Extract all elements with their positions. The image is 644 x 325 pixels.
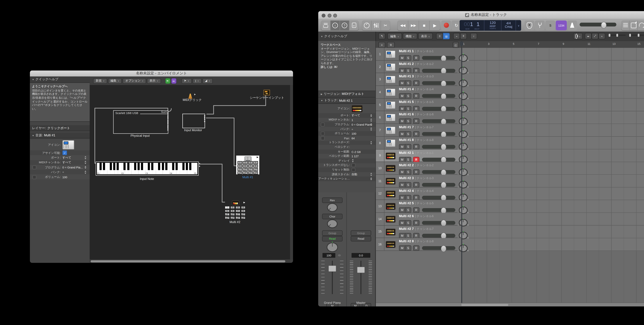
track-param-value[interactable]: 100 (352, 132, 376, 135)
count-in-button[interactable]: 1234 (556, 20, 567, 30)
track-volume-slider[interactable] (422, 81, 456, 85)
channel-cell-4[interactable]: 4 (253, 161, 258, 164)
track-volume-slider[interactable] (422, 221, 456, 225)
record-enable-button[interactable]: R (413, 220, 420, 226)
stepper-icon[interactable] (370, 123, 372, 126)
track-volume-slider[interactable] (422, 94, 456, 98)
region-inspector-header[interactable]: ▶ リージョン: MIDIデフォルト (318, 91, 376, 97)
channel-cell-6[interactable]: 6 (230, 209, 235, 212)
mute-button[interactable]: M (399, 207, 405, 213)
flex-button[interactable]: ⧖ (460, 33, 467, 39)
channel-cell-8[interactable]: 8 (253, 165, 258, 168)
channel-cell-9[interactable]: 9 (225, 213, 230, 216)
forward-button[interactable]: ▶▶ (408, 20, 419, 30)
mute-button[interactable]: M (399, 220, 405, 226)
record-enable-button[interactable]: R (413, 81, 420, 86)
checkbox[interactable] (321, 123, 325, 127)
mute-button[interactable]: M (399, 195, 405, 200)
stepper-down-icon[interactable] (84, 168, 86, 169)
library-button[interactable] (321, 20, 331, 30)
mute-button[interactable]: M (399, 106, 405, 112)
channel-cell-5[interactable]: 5 (238, 165, 242, 168)
track-param-value[interactable]: C-2 G8 (352, 150, 376, 153)
playhead[interactable] (461, 48, 462, 303)
scrollbar-thumb[interactable] (461, 303, 508, 306)
eraser-tool[interactable]: ◢∨ (202, 78, 213, 84)
stepper-down-icon[interactable] (370, 129, 372, 131)
stepper-up-icon[interactable] (84, 161, 86, 162)
track-param-value[interactable]: 64 (352, 137, 376, 140)
solo-button[interactable]: S (405, 245, 412, 251)
track-volume-slider[interactable] (422, 195, 456, 199)
track-param-row-8[interactable]: ベロシティ: (318, 145, 376, 149)
source-param-row-3[interactable]: MIDIチャンネル:すべて (30, 160, 90, 165)
track-row-12[interactable]: 12Multi #2 4| チャンネル4MSRLR (376, 187, 461, 200)
output-port[interactable] (204, 117, 206, 118)
input-note-output-port[interactable] (199, 163, 200, 165)
black-key[interactable] (182, 163, 185, 170)
stepper-up-icon[interactable] (84, 156, 86, 157)
track-row-16[interactable]: 16Multi #2 8| チャンネル8MSRLR (376, 238, 461, 251)
lcd-display[interactable]: 00 1 1 BAR BEAT 120 KEEP TEMPO 4/4 Cmaj … (460, 20, 521, 31)
channel-cell-15[interactable]: 15 (248, 171, 253, 174)
track-volume-slider[interactable] (422, 69, 456, 73)
black-key[interactable] (138, 163, 140, 170)
stepper-icon[interactable] (84, 170, 86, 174)
layer-row[interactable]: レイヤー: クリックポート (30, 125, 90, 131)
channel-cell-16[interactable]: 16 (253, 171, 258, 174)
track-inspector-header[interactable]: ▼ トラック: Multi #2 1 (318, 97, 376, 104)
stepper-down-icon[interactable] (84, 158, 86, 159)
track-param-row-13[interactable]: リセット無効: (318, 168, 376, 172)
solo-button[interactable]: S (405, 131, 412, 137)
input-note-keyboard[interactable]: C1C2C3C4C5 (96, 162, 198, 176)
metronome-button[interactable] (567, 20, 577, 30)
channel-cell-12[interactable]: 12 (253, 168, 258, 171)
physical-input-object[interactable]: Scarlett 18i8 USB Sum (113, 110, 168, 134)
stepper-down-icon[interactable] (352, 161, 354, 162)
mpc-icon[interactable] (62, 140, 74, 150)
solo-button[interactable]: S (405, 169, 412, 175)
track-param-value[interactable]: 1 127 (352, 155, 376, 158)
apple-loops-button[interactable] (638, 20, 644, 30)
track-name[interactable]: Multi #1 5 (399, 100, 414, 104)
waveform-zoom-button[interactable]: ≈ (598, 33, 605, 39)
solo-button[interactable]: S (405, 106, 412, 112)
stepper-down-icon[interactable] (370, 175, 372, 176)
output-port[interactable] (204, 120, 206, 122)
track-name[interactable]: Multi #2 1 (399, 151, 414, 155)
track-name[interactable]: Multi #1 3 (399, 75, 414, 78)
channel-cell-3[interactable]: 3 (248, 161, 253, 164)
channel-cell-7[interactable]: 7 (248, 165, 253, 168)
toolbar-toggle-button[interactable]: ∨ (350, 20, 358, 30)
menu-options[interactable]: オプション∨ (123, 78, 146, 84)
channel-cell-1[interactable]: 1 (238, 161, 242, 164)
midi-filter-button[interactable]: ✕ (524, 20, 534, 30)
track-name[interactable]: Multi #2 7 (399, 227, 414, 231)
master-volume-slider[interactable] (580, 23, 616, 27)
black-key[interactable] (134, 163, 136, 170)
zoom-button[interactable] (333, 14, 337, 17)
tuner-button[interactable] (535, 20, 544, 30)
black-key[interactable] (100, 163, 102, 170)
track-row-8[interactable]: 8Multi #1 8| チャンネル8MSRLR (376, 137, 461, 149)
track-param-row-12[interactable]: トランスポーズなし: (318, 163, 376, 168)
track-name[interactable]: Multi #2 4 (399, 189, 414, 193)
channel-strip-name[interactable]: Master (347, 301, 375, 304)
track-header-options-button[interactable]: ◰ (453, 42, 459, 48)
track-param-row-5[interactable]: ボリューム:100 (318, 131, 376, 136)
channel-cell-4[interactable]: 4 (241, 206, 246, 209)
channel-cell-13[interactable]: 13 (238, 171, 242, 174)
stepper-down-icon[interactable] (370, 179, 372, 181)
track-name[interactable]: Multi #2 6 (399, 214, 414, 218)
record-enable-button[interactable]: R (413, 119, 420, 124)
cable-inputmonitor-to-multi1[interactable] (206, 118, 236, 166)
menu-view[interactable]: 表示∨ (418, 33, 433, 39)
inspector-button[interactable]: i (331, 20, 340, 30)
channel-cell-14[interactable]: 14 (230, 216, 235, 219)
source-param-row-6[interactable]: ボリューム:100 (30, 175, 90, 179)
channel-strip-name[interactable]: Grand Piano (318, 301, 346, 304)
mute-button[interactable]: M (399, 182, 405, 187)
input-note-output-port[interactable] (199, 165, 200, 167)
track-pan-knob[interactable]: LR (459, 244, 468, 252)
channel-cell-7[interactable]: 7 (235, 209, 240, 212)
